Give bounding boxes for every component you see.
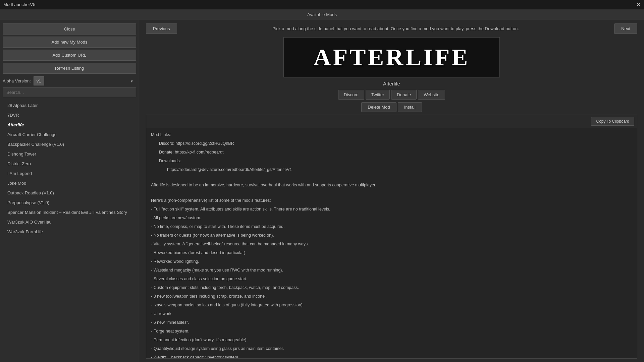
mod-list-item-backpacker[interactable]: Backpacker Challenge (V1.0) bbox=[3, 139, 136, 149]
window-close-button[interactable]: ✕ bbox=[636, 2, 641, 7]
alpha-version-row: Alpha Version: v1 bbox=[3, 76, 136, 85]
add-custom-url-button[interactable]: Add Custom URL bbox=[3, 50, 136, 61]
desc-feature-16: - Quantity/liquid storage system using g… bbox=[151, 345, 632, 352]
desc-feature-12: - UI rework. bbox=[151, 310, 632, 317]
mod-list-item-iamlegend[interactable]: I Am Legend bbox=[3, 169, 136, 178]
copy-btn-row: Copy To Clipboard bbox=[146, 115, 637, 128]
desc-feature-3: - No traders or quests (for now; an alte… bbox=[151, 232, 632, 239]
install-button[interactable]: Install bbox=[398, 102, 422, 112]
mod-list-item-jokemod[interactable]: Joke Mod bbox=[3, 178, 136, 188]
donate-button[interactable]: Donate bbox=[391, 90, 417, 100]
info-text: Pick a mod along the side panel that you… bbox=[177, 26, 614, 31]
refresh-listing-button[interactable]: Refresh Listing bbox=[3, 63, 136, 74]
alpha-version-select[interactable]: v1 bbox=[34, 76, 44, 85]
twitter-button[interactable]: Twitter bbox=[366, 90, 390, 100]
nav-row: Previous Pick a mod along the side panel… bbox=[146, 23, 637, 34]
desc-feature-11: - Izayo's weapon packs, so lots and lots… bbox=[151, 302, 632, 308]
desc-downloads-header: Downloads: bbox=[151, 158, 632, 164]
sidebar: Close Add new My Mods Add Custom URL Ref… bbox=[0, 20, 139, 362]
search-input[interactable] bbox=[3, 87, 136, 97]
titlebar: ModLauncherV5 ✕ bbox=[0, 0, 644, 9]
desc-feature-17: - Weight + backpack capacity inventory s… bbox=[151, 354, 632, 358]
mod-list-item-outback[interactable]: Outback Roadies (V1.0) bbox=[3, 188, 136, 198]
desc-feature-1: - All perks are new/custom. bbox=[151, 215, 632, 221]
delete-mod-button[interactable]: Delete Mod bbox=[361, 102, 396, 112]
desc-donate-link: Donate: https://ko-fi.com/redbeardt bbox=[151, 149, 632, 156]
alpha-select-wrapper: v1 bbox=[34, 76, 136, 85]
next-button[interactable]: Next bbox=[614, 23, 637, 34]
mod-list-item-aircraft[interactable]: Aircraft Carrier Challenge bbox=[3, 130, 136, 139]
mod-list-item-preppocalypse[interactable]: Preppocalypse (V1.0) bbox=[3, 198, 136, 207]
mod-list-item-28alphas[interactable]: 28 Alphas Later bbox=[3, 101, 136, 110]
link-buttons-row: Discord Twitter Donate Website bbox=[146, 90, 637, 100]
desc-feature-5: - Reworked biomes (forest and desert in … bbox=[151, 249, 632, 256]
discord-button[interactable]: Discord bbox=[338, 90, 364, 100]
desc-feature-9: - Custom equipment slots including torch… bbox=[151, 284, 632, 291]
desc-features-header: Here's a (non-comprehensive) list of som… bbox=[151, 197, 632, 204]
close-button[interactable]: Close bbox=[3, 23, 136, 35]
desc-feature-15: - Permanent infection (don't worry, it's… bbox=[151, 337, 632, 343]
desc-feature-0: - Full "action skill" system. All attrib… bbox=[151, 206, 632, 213]
desc-main-text: Afterlife is designed to be an immersive… bbox=[151, 182, 632, 188]
app-title: ModLauncherV5 bbox=[3, 2, 35, 7]
mod-list: 28 Alphas Later7DVRAfterlifeAircraft Car… bbox=[3, 101, 136, 359]
desc-feature-2: - No time, compass, or map to start with… bbox=[151, 223, 632, 230]
desc-discord-link: Discord: https://discord.gg/2cfHGJQhBR bbox=[151, 140, 632, 147]
app-container: Available Mods Close Add new My Mods Add… bbox=[0, 9, 644, 362]
mod-list-item-7dvr[interactable]: 7DVR bbox=[3, 110, 136, 120]
content-area: Close Add new My Mods Add Custom URL Ref… bbox=[0, 20, 644, 362]
topbar: Available Mods bbox=[0, 9, 644, 20]
desc-feature-13: - 6 new "mineables". bbox=[151, 319, 632, 326]
mod-list-item-war3zukFarm[interactable]: War3zuk FarmLife bbox=[3, 227, 136, 237]
desc-feature-10: - 3 new tool/weapon tiers including scra… bbox=[151, 293, 632, 300]
desc-feature-14: - Forge heat system. bbox=[151, 328, 632, 335]
description-container: Copy To Clipboard Mod Links: Discord: ht… bbox=[146, 115, 637, 359]
mod-list-item-war3zukAIO[interactable]: War3zuk AIO OverHaul bbox=[3, 217, 136, 227]
desc-feature-6: - Reworked world lighting. bbox=[151, 258, 632, 265]
mod-title: Afterlife bbox=[146, 81, 637, 86]
desc-feature-8: - Several classes and class selection on… bbox=[151, 276, 632, 282]
install-row: Delete Mod Install bbox=[146, 102, 637, 112]
website-button[interactable]: Website bbox=[418, 90, 445, 100]
add-new-mods-button[interactable]: Add new My Mods bbox=[3, 37, 136, 48]
mod-banner: AFTERLIFE bbox=[283, 37, 500, 77]
alpha-version-label: Alpha Version: bbox=[3, 78, 31, 83]
banner-container: AFTERLIFE bbox=[146, 37, 637, 77]
mod-list-item-district[interactable]: District Zero bbox=[3, 159, 136, 169]
desc-downloads-url: https://redbeardt@dev.azure.com/redbeard… bbox=[151, 166, 632, 173]
main-panel: Previous Pick a mod along the side panel… bbox=[139, 20, 644, 362]
previous-button[interactable]: Previous bbox=[146, 23, 177, 34]
topbar-title: Available Mods bbox=[307, 12, 337, 17]
description-scroll[interactable]: Mod Links: Discord: https://discord.gg/2… bbox=[146, 128, 637, 358]
desc-links-header: Mod Links: bbox=[151, 131, 632, 138]
banner-text: AFTERLIFE bbox=[313, 44, 470, 71]
copy-to-clipboard-button[interactable]: Copy To Clipboard bbox=[591, 117, 634, 126]
desc-feature-4: - Vitality system. A "general well-being… bbox=[151, 241, 632, 247]
desc-feature-7: - Wasteland megacity (make sure you use … bbox=[151, 267, 632, 274]
mod-list-item-afterlife[interactable]: Afterlife bbox=[3, 120, 136, 130]
mod-list-item-spencermansion[interactable]: Spencer Mansion Incident – Resident Evil… bbox=[3, 207, 136, 217]
mod-list-item-dishong[interactable]: Dishong Tower bbox=[3, 149, 136, 159]
